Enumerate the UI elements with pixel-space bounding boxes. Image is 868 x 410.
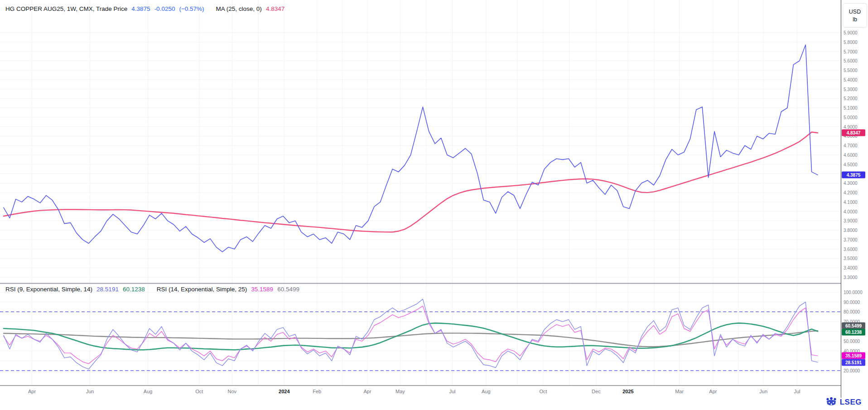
rsi-axis-label: 50.0000 xyxy=(844,339,860,344)
time-axis-tick[interactable]: Jun xyxy=(759,389,767,394)
rsi14-label: RSI (14, Exponential, Simple, 25) xyxy=(157,286,247,293)
rsi-axis-badge: 60.5499 xyxy=(842,323,865,329)
axis-unit-box: USD lb xyxy=(843,3,867,28)
ma-line xyxy=(4,132,818,232)
rsi14-value: 35.1589 xyxy=(251,286,273,293)
price-axis-label: 5.0000 xyxy=(844,115,858,120)
ma-value: 4.8347 xyxy=(266,5,285,12)
lseg-logo: LSEG xyxy=(825,397,862,408)
rsi-axis-label: 80.0000 xyxy=(844,309,860,314)
lseg-crest-icon xyxy=(825,397,837,408)
price-axis-label: 4.0000 xyxy=(844,209,858,214)
price-change-percent: (−0.57%) xyxy=(179,5,204,12)
time-axis-tick[interactable]: 2024 xyxy=(279,389,289,394)
price-axis-label: 3.9000 xyxy=(844,218,858,223)
time-axis-tick[interactable]: Jul xyxy=(794,389,800,394)
price-axis-label: 5.4000 xyxy=(844,77,858,82)
time-axis-tick[interactable]: Oct xyxy=(539,389,547,394)
time-axis-tick[interactable]: Jul xyxy=(449,389,455,394)
price-axis-label: 5.3000 xyxy=(844,87,858,92)
time-axis-tick[interactable]: Apr xyxy=(364,389,371,394)
price-pane-legend: HG COPPER AUG25, 1W, CMX, Trade Price 4.… xyxy=(5,5,285,12)
time-axis-tick[interactable]: Dec xyxy=(592,389,601,394)
time-axis-tick[interactable]: Mar xyxy=(675,389,684,394)
price-axis-badge: 4.8347 xyxy=(842,130,865,136)
rsi9-value: 28.5191 xyxy=(96,286,119,293)
price-axis-label: 3.3000 xyxy=(844,275,858,280)
price-axis-badge: 4.3875 xyxy=(842,172,865,178)
rsi-axis-label: 90.0000 xyxy=(844,299,860,304)
price-axis-label: 5.8000 xyxy=(844,39,858,44)
axis-unit-top: USD xyxy=(849,9,861,15)
time-axis-tick[interactable]: May xyxy=(395,389,405,394)
axis-unit-bottom: lb xyxy=(853,16,857,23)
price-axis-label: 5.7000 xyxy=(844,49,858,54)
last-price-value: 4.3875 xyxy=(131,5,150,12)
price-axis-label: 3.5000 xyxy=(844,256,858,261)
time-axis-tick[interactable]: Jun xyxy=(86,389,94,394)
price-axis-label: 4.5000 xyxy=(844,162,858,167)
rsi-axis-label: 20.0000 xyxy=(844,368,860,373)
instrument-title: HG COPPER AUG25, 1W, CMX, Trade Price xyxy=(5,5,127,12)
price-axis-label: 5.6000 xyxy=(844,58,858,63)
ma-indicator-label: MA (25, close, 0) xyxy=(216,5,262,12)
time-axis-tick[interactable]: Oct xyxy=(195,389,203,394)
time-axis-tick[interactable]: Aug xyxy=(144,389,153,394)
price-axis-label: 3.4000 xyxy=(844,265,858,270)
chart-canvas[interactable] xyxy=(0,0,868,410)
time-axis-tick[interactable]: Aug xyxy=(482,389,491,394)
rsi9-smooth-value: 60.1238 xyxy=(123,286,145,293)
chart-app: HG COPPER AUG25, 1W, CMX, Trade Price 4.… xyxy=(0,0,868,410)
time-axis-tick[interactable]: Feb xyxy=(313,389,321,394)
time-axis-tick[interactable]: Nov xyxy=(227,389,236,394)
price-axis-label: 3.7000 xyxy=(844,237,858,242)
price-axis-label: 4.2000 xyxy=(844,190,858,195)
rsi14-smooth-value: 60.5499 xyxy=(277,286,299,293)
rsi-pane-legend: RSI (9, Exponential, Simple, 14) 28.5191… xyxy=(5,286,299,293)
rsi-axis-badge: 35.1589 xyxy=(842,352,865,359)
price-axis-label: 5.2000 xyxy=(844,96,858,101)
price-axis-label: 3.6000 xyxy=(844,246,858,251)
time-axis-tick[interactable]: 2025 xyxy=(622,389,633,394)
price-axis-label: 4.1000 xyxy=(844,199,858,204)
rsi9-line xyxy=(4,299,818,369)
price-axis-label: 5.5000 xyxy=(844,68,858,73)
lseg-wordmark: LSEG xyxy=(840,398,862,407)
price-change-value: -0.0250 xyxy=(154,5,175,12)
rsi-smooth-green-line xyxy=(4,323,818,350)
price-axis-label: 4.9000 xyxy=(844,124,858,129)
price-axis-label: 3.8000 xyxy=(844,228,858,233)
price-axis-label: 5.9000 xyxy=(844,30,858,35)
time-axis-tick[interactable]: Apr xyxy=(28,389,36,394)
price-axis-label: 4.7000 xyxy=(844,143,858,148)
rsi9-label: RSI (9, Exponential, Simple, 14) xyxy=(5,286,92,293)
price-axis-label: 5.1000 xyxy=(844,106,858,111)
price-axis-label: 4.3000 xyxy=(844,181,858,186)
rsi-axis-badge: 60.1238 xyxy=(842,329,865,336)
time-axis-tick[interactable]: Apr xyxy=(709,389,717,394)
rsi-axis-badge: 28.5191 xyxy=(842,359,865,366)
rsi-axis-label: 100.0000 xyxy=(844,290,863,295)
price-axis-label: 4.6000 xyxy=(844,153,858,158)
